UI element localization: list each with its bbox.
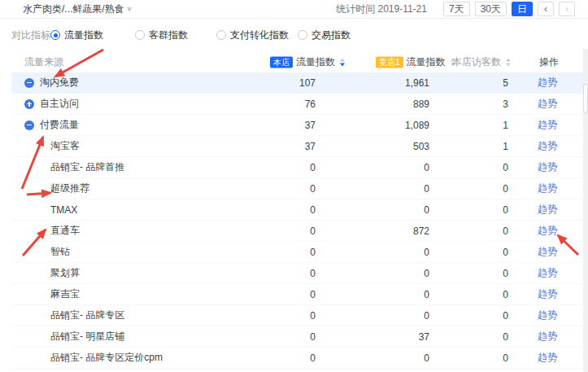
table-row[interactable]: 超级推荐 0 0 0 趋势: [11, 178, 583, 199]
table-row[interactable]: 淘宝客 37 503 1 趋势: [11, 136, 583, 157]
col-shop-index-header: 本店 流量指数: [270, 55, 345, 69]
visitors-value: 1: [433, 120, 512, 131]
table-body: 淘内免费 107 1,961 5 趋势 自主访问 76 889 3 趋势 付费流…: [11, 72, 583, 369]
collapse-icon[interactable]: [24, 120, 34, 130]
date-range-button[interactable]: 30天: [475, 2, 507, 16]
topbar: 水产肉类/...鲜蔬果/熟食 ∨ 统计时间 2019-11-21 7天30天日 …: [0, 0, 588, 19]
visitors-value: 5: [433, 77, 512, 89]
rival-index-value: 0: [319, 204, 433, 216]
table-row[interactable]: 品销宝- 品牌专区定价cpm 0 0 0 趋势: [11, 348, 583, 369]
shop-index-value: 0: [254, 268, 319, 279]
trend-link[interactable]: 趋势: [538, 119, 557, 130]
rival-index-value: 0: [319, 183, 433, 195]
shop-index-value: 37: [254, 120, 319, 131]
visitors-value: 0: [433, 331, 512, 343]
table-row[interactable]: TMAX 0 0 0 趋势: [11, 199, 583, 221]
metric-radio-option[interactable]: 支付转化指数: [216, 28, 298, 42]
date-controls: 统计时间 2019-11-21 7天30天日 ‹ ›: [336, 2, 575, 16]
col-action-header: 操作: [539, 55, 559, 69]
source-name: 品销宝- 品牌专区: [50, 309, 124, 322]
trend-link[interactable]: 趋势: [538, 288, 557, 300]
trend-link[interactable]: 趋势: [538, 246, 557, 257]
table-row[interactable]: 自主访问 76 889 3 趋势: [11, 94, 583, 115]
visitors-value: 0: [433, 204, 512, 216]
category-breadcrumb[interactable]: 水产肉类/...鲜蔬果/熟食 ∨: [23, 2, 132, 16]
visitors-value: 0: [433, 162, 512, 173]
traffic-source-table: 流量来源 本店 流量指数 竞店1 流量指数 本店访客数 操作 淘内免费 107 …: [0, 51, 588, 369]
expand-icon[interactable]: [24, 99, 34, 109]
shop-metric-label: 流量指数: [296, 55, 335, 69]
rival-index-value: 0: [319, 352, 433, 364]
next-date-button[interactable]: ›: [559, 2, 575, 16]
radio-icon: [135, 30, 145, 40]
table-row[interactable]: 付费流量 37 1,089 1 趋势: [11, 115, 583, 136]
trend-link[interactable]: 趋势: [538, 140, 557, 151]
table-row[interactable]: 品销宝- 品牌专区 0 0 0 趋势: [11, 305, 583, 326]
rival-badge: 竞店1: [376, 56, 403, 68]
radio-label: 客群指数: [149, 28, 188, 42]
shop-index-value: 0: [254, 183, 319, 195]
rival-index-value: 1,089: [319, 120, 433, 131]
shop-index-value: 76: [254, 98, 319, 110]
sort-icon[interactable]: [506, 58, 511, 66]
trend-link[interactable]: 趋势: [538, 330, 557, 342]
col-visitors-header: 本店访客数: [452, 55, 511, 69]
table-row[interactable]: 智钻 0 0 0 趋势: [11, 242, 583, 263]
metric-radio-group: 流量指数 客群指数 支付转化指数 交易指数: [50, 28, 379, 42]
prev-date-button[interactable]: ‹: [538, 2, 554, 16]
col-source-header: 流量来源: [24, 55, 63, 69]
visitors-value: 1: [433, 141, 512, 152]
table-row[interactable]: 淘内免费 107 1,961 5 趋势: [11, 72, 583, 94]
radio-label: 交易指数: [311, 28, 351, 42]
trend-link[interactable]: 趋势: [538, 182, 557, 194]
trend-link[interactable]: 趋势: [538, 352, 557, 363]
visitors-value: 0: [433, 310, 512, 322]
table-row[interactable]: 品销宝- 明星店铺 0 37 0 趋势: [11, 326, 583, 348]
rival-index-value: 889: [319, 98, 433, 110]
source-name: 付费流量: [40, 118, 79, 132]
trend-link[interactable]: 趋势: [538, 267, 557, 278]
metric-radio-option[interactable]: 交易指数: [298, 28, 379, 42]
compare-metric-row: 对比指标 流量指数 客群指数 支付转化指数 交易指数: [0, 26, 588, 44]
sort-icon[interactable]: [340, 58, 345, 66]
shop-index-value: 0: [254, 352, 319, 364]
trend-link[interactable]: 趋势: [538, 77, 557, 88]
range-buttons: 7天30天日: [443, 2, 533, 16]
trend-link[interactable]: 趋势: [538, 225, 557, 236]
source-name: 聚划算: [50, 266, 80, 280]
rival-index-value: 1,961: [319, 77, 433, 89]
source-name: 品销宝- 品牌首推: [50, 160, 124, 174]
table-row[interactable]: 品销宝- 品牌首推 0 0 0 趋势: [11, 157, 583, 178]
visitors-value: 0: [433, 183, 512, 195]
date-range-button[interactable]: 日: [512, 2, 533, 16]
table-row[interactable]: 麻吉宝 0 0 0 趋势: [11, 284, 583, 305]
source-name: 麻吉宝: [50, 287, 80, 301]
rival-index-value: 0: [319, 268, 433, 279]
trend-link[interactable]: 趋势: [538, 204, 557, 215]
radio-icon: [216, 30, 226, 40]
breadcrumb-label: 水产肉类/...鲜蔬果/熟食: [23, 2, 124, 16]
date-range-button[interactable]: 7天: [443, 2, 470, 16]
source-name: 品销宝- 品牌专区定价cpm: [50, 351, 163, 365]
rival-index-value: 872: [319, 225, 433, 237]
source-name: 智钻: [50, 245, 70, 259]
trend-link[interactable]: 趋势: [538, 161, 557, 173]
radio-label: 支付转化指数: [230, 28, 289, 42]
stat-time-label: 统计时间 2019-11-21: [336, 2, 427, 16]
table-row[interactable]: 直通车 0 872 0 趋势: [11, 221, 583, 242]
rival-index-value: 0: [319, 247, 433, 258]
scrollbar-thumb[interactable]: [583, 84, 588, 113]
metric-radio-option[interactable]: 客群指数: [135, 28, 216, 42]
collapse-icon[interactable]: [24, 78, 34, 88]
shop-index-value: 0: [254, 331, 319, 343]
table-row[interactable]: 聚划算 0 0 0 趋势: [11, 263, 583, 284]
trend-link[interactable]: 趋势: [538, 309, 557, 321]
rival-index-value: 503: [319, 141, 433, 152]
metric-radio-option[interactable]: 流量指数: [50, 28, 135, 42]
compare-metric-label: 对比指标: [11, 28, 50, 42]
trend-link[interactable]: 趋势: [538, 98, 557, 109]
vertical-scrollbar[interactable]: [583, 49, 588, 372]
visitors-value: 0: [433, 268, 512, 279]
source-name: 淘内免费: [40, 76, 79, 90]
shop-index-value: 0: [254, 289, 319, 300]
